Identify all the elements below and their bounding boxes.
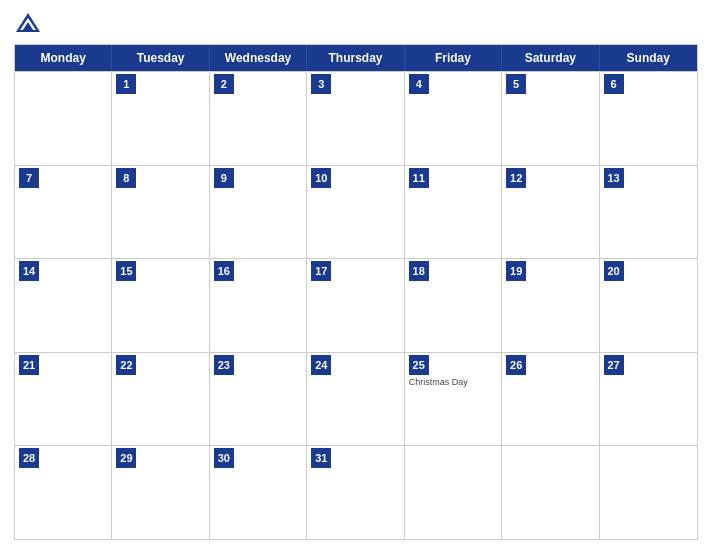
day-cell: 19 <box>502 259 599 352</box>
week-row-1: 123456 <box>15 71 697 165</box>
day-cell: 22 <box>112 353 209 446</box>
day-cell: 28 <box>15 446 112 539</box>
day-cell: 7 <box>15 166 112 259</box>
day-cell: 10 <box>307 166 404 259</box>
day-number: 13 <box>604 168 624 188</box>
day-number: 30 <box>214 448 234 468</box>
day-number: 14 <box>19 261 39 281</box>
day-number: 18 <box>409 261 429 281</box>
day-cell <box>600 446 697 539</box>
day-number: 9 <box>214 168 234 188</box>
day-cell: 15 <box>112 259 209 352</box>
day-number: 22 <box>116 355 136 375</box>
day-cell: 8 <box>112 166 209 259</box>
day-cell: 29 <box>112 446 209 539</box>
day-cell: 25Christmas Day <box>405 353 502 446</box>
calendar-page: Monday Tuesday Wednesday Thursday Friday… <box>0 0 712 550</box>
week-row-2: 78910111213 <box>15 165 697 259</box>
day-number: 10 <box>311 168 331 188</box>
day-number: 21 <box>19 355 39 375</box>
day-number: 12 <box>506 168 526 188</box>
day-cell: 2 <box>210 72 307 165</box>
day-cell: 6 <box>600 72 697 165</box>
day-cell: 20 <box>600 259 697 352</box>
day-number: 19 <box>506 261 526 281</box>
header <box>14 10 698 38</box>
day-number: 29 <box>116 448 136 468</box>
day-number: 27 <box>604 355 624 375</box>
day-cell <box>15 72 112 165</box>
day-cell: 16 <box>210 259 307 352</box>
day-number: 24 <box>311 355 331 375</box>
day-number: 1 <box>116 74 136 94</box>
day-cell: 13 <box>600 166 697 259</box>
day-cell <box>502 446 599 539</box>
day-number: 17 <box>311 261 331 281</box>
day-header-sunday: Sunday <box>600 45 697 71</box>
day-number: 3 <box>311 74 331 94</box>
day-headers: Monday Tuesday Wednesday Thursday Friday… <box>15 45 697 71</box>
week-row-5: 28293031 <box>15 445 697 539</box>
day-header-tuesday: Tuesday <box>112 45 209 71</box>
day-header-wednesday: Wednesday <box>210 45 307 71</box>
logo-icon <box>14 10 42 38</box>
day-number: 6 <box>604 74 624 94</box>
day-cell: 11 <box>405 166 502 259</box>
day-header-friday: Friday <box>405 45 502 71</box>
day-number: 4 <box>409 74 429 94</box>
logo <box>14 10 46 38</box>
day-cell: 3 <box>307 72 404 165</box>
day-cell: 21 <box>15 353 112 446</box>
day-cell: 30 <box>210 446 307 539</box>
day-cell <box>405 446 502 539</box>
event-label: Christmas Day <box>409 377 497 388</box>
day-cell: 31 <box>307 446 404 539</box>
day-number: 25 <box>409 355 429 375</box>
day-cell: 27 <box>600 353 697 446</box>
day-number: 23 <box>214 355 234 375</box>
day-number: 11 <box>409 168 429 188</box>
day-header-saturday: Saturday <box>502 45 599 71</box>
day-number: 31 <box>311 448 331 468</box>
day-number: 5 <box>506 74 526 94</box>
day-cell: 4 <box>405 72 502 165</box>
day-cell: 5 <box>502 72 599 165</box>
day-number: 26 <box>506 355 526 375</box>
day-header-thursday: Thursday <box>307 45 404 71</box>
day-cell: 9 <box>210 166 307 259</box>
day-number: 15 <box>116 261 136 281</box>
day-cell: 12 <box>502 166 599 259</box>
day-cell: 1 <box>112 72 209 165</box>
day-cell: 26 <box>502 353 599 446</box>
day-number: 8 <box>116 168 136 188</box>
day-cell: 17 <box>307 259 404 352</box>
day-cell: 18 <box>405 259 502 352</box>
day-cell: 14 <box>15 259 112 352</box>
day-number: 7 <box>19 168 39 188</box>
day-number: 20 <box>604 261 624 281</box>
day-number: 28 <box>19 448 39 468</box>
day-cell: 23 <box>210 353 307 446</box>
day-number: 16 <box>214 261 234 281</box>
day-header-monday: Monday <box>15 45 112 71</box>
weeks-container: 1234567891011121314151617181920212223242… <box>15 71 697 539</box>
day-cell: 24 <box>307 353 404 446</box>
day-number: 2 <box>214 74 234 94</box>
week-row-3: 14151617181920 <box>15 258 697 352</box>
week-row-4: 2122232425Christmas Day2627 <box>15 352 697 446</box>
calendar: Monday Tuesday Wednesday Thursday Friday… <box>14 44 698 540</box>
